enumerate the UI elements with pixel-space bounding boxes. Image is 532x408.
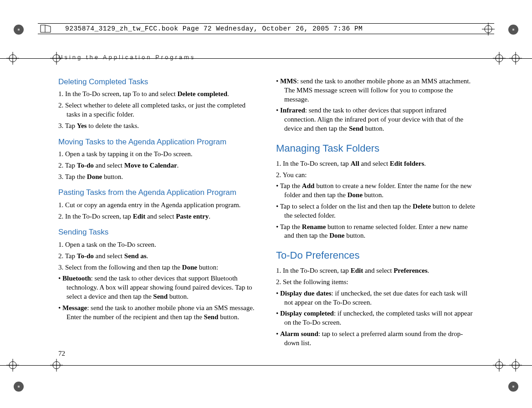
- crop-br: [508, 382, 518, 392]
- left-column: Deleting Completed Tasks 1. In the To-Do…: [58, 77, 259, 350]
- step: 2. Select whether to delete all complete…: [58, 101, 259, 119]
- crosshair-far-left-top: [6, 52, 19, 65]
- step: 1. In the To-Do screen, tap To to and se…: [58, 90, 259, 99]
- step: 2. In the To-Do screen, tap Edit and sel…: [58, 212, 259, 221]
- heading-sending-tasks: Sending Tasks: [58, 227, 259, 237]
- print-header-bar: 9235874_3129_zh_tw_FCC.book Page 72 Wedn…: [38, 23, 494, 34]
- crosshair-bottom-left: [50, 359, 63, 372]
- step: 1. Open a task by tapping it on the To-D…: [58, 150, 259, 159]
- step: 2. Tap To-do and select Send as.: [58, 252, 259, 261]
- bullet: • Display completed: if unchecked, the c…: [276, 309, 476, 327]
- bullet: • Bluetooth: send the task to other devi…: [58, 274, 259, 301]
- heading-todo-preferences: To-Do Preferences: [276, 249, 476, 262]
- page-number: 72: [58, 350, 65, 357]
- book-icon: [40, 24, 51, 33]
- crosshair-top-right: [493, 52, 506, 65]
- step: 3. Select from the following and then ta…: [58, 263, 259, 272]
- step: 1. In the To-Do screen, tap All and sele…: [276, 159, 476, 168]
- step: 2. Tap To-do and select Move to Calendar…: [58, 161, 259, 170]
- right-column: • MMS: send the task to another mobile p…: [276, 77, 476, 350]
- bullet: • Alarm sound: tap to select a preferred…: [276, 330, 476, 348]
- crosshair-bottom-far-right: [509, 359, 522, 372]
- bullet: • Infrared: send the task to other devic…: [276, 106, 476, 133]
- heading-managing-task-folders: Managing Task Folders: [276, 142, 476, 155]
- page-body: Using the Application Programs Deleting …: [58, 54, 476, 350]
- heading-deleting-completed-tasks: Deleting Completed Tasks: [58, 77, 259, 87]
- crop-tr: [508, 25, 518, 35]
- step: 1. Open a task on the To-Do screen.: [58, 240, 259, 250]
- bullet: • MMS: send the task to another mobile p…: [276, 77, 476, 104]
- step: 2. You can:: [276, 171, 476, 180]
- crop-tl: [14, 25, 24, 35]
- bullet: • Tap the Rename button to rename select…: [276, 223, 476, 241]
- print-header-text: 9235874_3129_zh_tw_FCC.book Page 72 Wedn…: [65, 25, 363, 32]
- crop-bl: [14, 382, 24, 392]
- heading-pasting-tasks: Pasting Tasks from the Agenda Applicatio…: [58, 188, 259, 198]
- step: 1. Cut or copy an agenda entry in the Ag…: [58, 201, 259, 210]
- step: 3. Tap the Done button.: [58, 173, 259, 182]
- bullet: • Tap the Add button to create a new fol…: [276, 182, 476, 200]
- crosshair-bottom-right: [493, 359, 506, 372]
- crosshair-far-left-bottom: [6, 359, 19, 372]
- crosshair-top-far-right: [509, 52, 522, 65]
- step: 2. Set the following items:: [276, 278, 476, 287]
- heading-moving-tasks: Moving Tasks to the Agenda Application P…: [58, 137, 259, 147]
- bottom-rule: [0, 365, 532, 366]
- bullet: • Display due dates: if unchecked, the s…: [276, 289, 476, 307]
- running-head: Using the Application Programs: [58, 54, 476, 61]
- step: 3. Tap Yes to delete the tasks.: [58, 122, 259, 131]
- step: 1. In the To-Do screen, tap Edit and sel…: [276, 266, 476, 275]
- bullet: • Tap to select a folder on the list and…: [276, 202, 476, 220]
- bullet: • Message: send the task to another mobi…: [58, 304, 259, 322]
